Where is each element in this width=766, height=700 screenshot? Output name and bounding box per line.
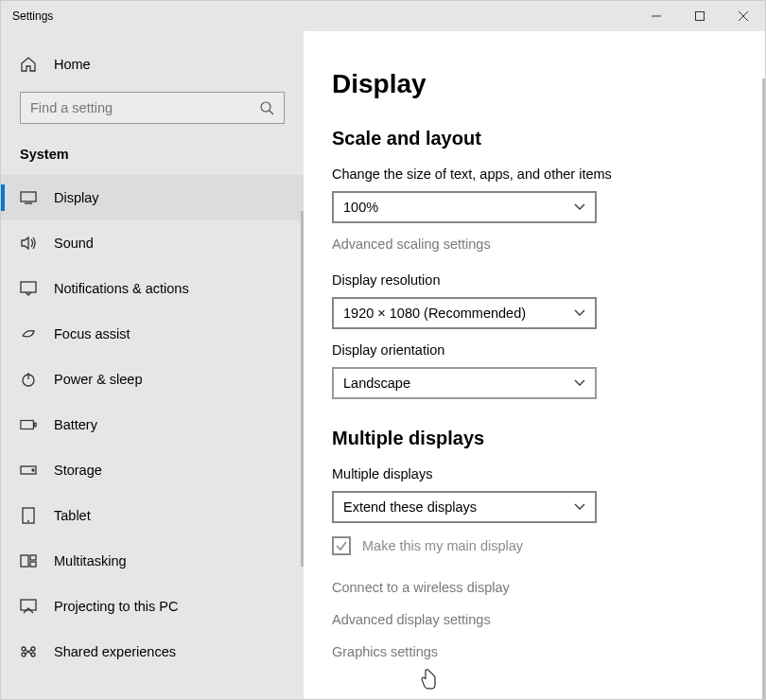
scale-dropdown[interactable]: 100% <box>332 191 597 223</box>
svg-point-22 <box>22 653 26 656</box>
svg-rect-6 <box>21 192 36 201</box>
sidebar-item-label: Tablet <box>54 508 91 523</box>
chevron-down-icon <box>574 379 585 387</box>
svg-point-21 <box>22 647 26 651</box>
shared-icon <box>20 644 37 659</box>
resolution-dropdown[interactable]: 1920 × 1080 (Recommended) <box>332 297 597 329</box>
sidebar-item-display[interactable]: Display <box>1 175 304 220</box>
home-link[interactable]: Home <box>1 44 304 84</box>
power-icon <box>20 372 37 387</box>
multi-dropdown[interactable]: Extend these displays <box>332 491 597 523</box>
sound-icon <box>20 236 37 251</box>
sidebar-item-label: Storage <box>54 463 102 478</box>
search-icon <box>259 100 274 115</box>
settings-window: Settings Home <box>0 0 766 700</box>
minimize-icon <box>652 11 661 21</box>
svg-point-14 <box>32 469 34 471</box>
svg-rect-19 <box>30 562 36 567</box>
sidebar-item-multitasking[interactable]: Multitasking <box>1 538 304 584</box>
storage-icon <box>20 465 37 475</box>
main-display-checkbox-row: Make this my main display <box>332 536 765 555</box>
chevron-down-icon <box>574 309 585 317</box>
chevron-down-icon <box>574 203 585 211</box>
display-icon <box>20 191 37 204</box>
svg-rect-18 <box>30 555 36 560</box>
multitasking-icon <box>20 554 37 568</box>
connect-wireless-link[interactable]: Connect to a wireless display <box>332 580 765 595</box>
sidebar-item-label: Sound <box>54 236 94 251</box>
main-display-checkbox-label: Make this my main display <box>362 538 523 553</box>
advanced-display-link[interactable]: Advanced display settings <box>332 612 765 627</box>
svg-rect-11 <box>21 421 34 429</box>
search-input[interactable] <box>30 100 259 115</box>
sidebar-item-label: Shared experiences <box>54 644 176 659</box>
chevron-down-icon <box>574 503 585 511</box>
svg-rect-12 <box>34 423 36 427</box>
body: Home System Display Sound <box>1 31 765 699</box>
home-icon <box>20 56 37 73</box>
svg-point-23 <box>31 647 35 651</box>
sidebar-item-power-sleep[interactable]: Power & sleep <box>1 357 304 402</box>
maximize-button[interactable] <box>678 1 722 31</box>
section-multiple-displays: Multiple displays <box>332 428 765 449</box>
focus-icon <box>20 325 37 342</box>
svg-rect-8 <box>21 282 36 292</box>
orientation-label: Display orientation <box>332 342 765 358</box>
scale-value: 100% <box>343 200 378 215</box>
graphics-settings-link[interactable]: Graphics settings <box>332 644 765 659</box>
close-icon <box>739 11 748 21</box>
resolution-value: 1920 × 1080 (Recommended) <box>343 306 526 321</box>
check-icon <box>335 539 348 552</box>
main-scrollbar[interactable] <box>762 79 765 699</box>
sidebar-item-label: Power & sleep <box>54 372 143 387</box>
sidebar-item-projecting[interactable]: Projecting to this PC <box>1 584 304 629</box>
tablet-icon <box>20 507 37 524</box>
sidebar-item-sound[interactable]: Sound <box>1 220 304 266</box>
sidebar-nav: Display Sound Notifications & actions Fo… <box>1 175 304 674</box>
window-controls <box>635 1 765 31</box>
titlebar: Settings <box>1 1 765 31</box>
window-title: Settings <box>1 9 53 23</box>
orientation-value: Landscape <box>343 376 410 391</box>
sidebar-item-battery[interactable]: Battery <box>1 402 304 447</box>
minimize-button[interactable] <box>635 1 678 31</box>
section-scale-layout: Scale and layout <box>332 128 765 149</box>
sidebar-item-label: Projecting to this PC <box>54 599 178 614</box>
svg-line-5 <box>270 111 273 114</box>
sidebar-item-label: Battery <box>54 417 97 432</box>
multi-value: Extend these displays <box>343 499 477 515</box>
sidebar-item-storage[interactable]: Storage <box>1 447 304 493</box>
sidebar-item-focus-assist[interactable]: Focus assist <box>1 311 304 357</box>
sidebar: Home System Display Sound <box>1 31 304 699</box>
sidebar-section-label: System <box>1 133 304 175</box>
maximize-icon <box>695 11 705 21</box>
advanced-scaling-link[interactable]: Advanced scaling settings <box>332 236 765 252</box>
sidebar-item-tablet[interactable]: Tablet <box>1 493 304 538</box>
sidebar-item-label: Multitasking <box>54 553 127 569</box>
main-panel: Display Scale and layout Change the size… <box>304 31 765 699</box>
sidebar-item-label: Display <box>54 190 99 205</box>
svg-rect-1 <box>696 12 705 21</box>
close-button[interactable] <box>722 1 765 31</box>
main-display-checkbox[interactable] <box>332 536 351 555</box>
page-title: Display <box>332 69 765 99</box>
svg-point-24 <box>31 653 35 656</box>
svg-rect-17 <box>21 555 28 567</box>
sidebar-item-notifications[interactable]: Notifications & actions <box>1 266 304 311</box>
scale-label: Change the size of text, apps, and other… <box>332 166 765 182</box>
sidebar-item-shared-experiences[interactable]: Shared experiences <box>1 629 304 674</box>
notifications-icon <box>20 281 37 296</box>
battery-icon <box>20 419 37 430</box>
orientation-dropdown[interactable]: Landscape <box>332 367 597 399</box>
svg-point-4 <box>261 102 270 112</box>
multi-label: Multiple displays <box>332 466 765 481</box>
sidebar-item-label: Focus assist <box>54 326 131 341</box>
resolution-label: Display resolution <box>332 272 765 288</box>
home-label: Home <box>54 57 91 72</box>
projecting-icon <box>20 599 37 614</box>
search-box[interactable] <box>20 92 285 124</box>
sidebar-item-label: Notifications & actions <box>54 281 189 296</box>
